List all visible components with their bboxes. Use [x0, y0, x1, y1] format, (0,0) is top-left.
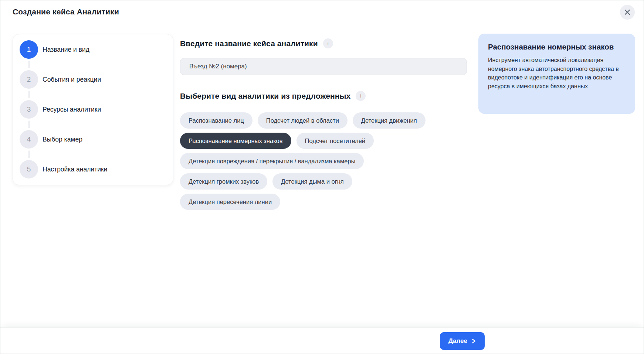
- chip-people-count-in-area[interactable]: Подсчет людей в области: [258, 112, 348, 129]
- chip-motion-detection[interactable]: Детекция движения: [353, 112, 426, 129]
- chip-smoke-fire-detection[interactable]: Детекция дыма и огня: [272, 173, 352, 190]
- analytics-type-chip-list: Распознавание лиц Подсчет людей в област…: [180, 112, 446, 210]
- chip-loud-sound-detection[interactable]: Детекция громких звуков: [180, 173, 267, 190]
- step-label: Выбор камер: [43, 136, 82, 143]
- dialog-footer: Далее: [0, 327, 644, 354]
- analytics-type-info-panel: Распознавание номерных знаков Инструмент…: [478, 34, 635, 114]
- next-button-label: Далее: [448, 337, 467, 345]
- info-panel-description: Инструмент автоматической локализация но…: [488, 56, 626, 91]
- chip-row: Распознавание лиц Подсчет людей в област…: [180, 112, 446, 129]
- step-item-name-and-type[interactable]: 1 Название и вид: [20, 40, 166, 59]
- step-label: Ресурсы аналитики: [43, 106, 101, 113]
- chip-camera-tampering-detection[interactable]: Детекция повреждения / перекрытия / ванд…: [180, 153, 364, 169]
- step-item-events-and-reactions[interactable]: 2 События и реакции: [20, 70, 166, 89]
- step-label: События и реакции: [43, 76, 101, 84]
- name-section-heading-row: Введите название кейса аналитики i: [180, 38, 333, 48]
- step-item-camera-selection[interactable]: 4 Выбор камер: [20, 130, 166, 149]
- chevron-right-icon: [471, 338, 476, 344]
- chip-row: Детекция пересечения линии: [180, 194, 446, 210]
- dialog-title: Создание кейса Аналитики: [13, 7, 119, 16]
- step-number-badge: 5: [20, 160, 38, 178]
- chip-license-plate-recognition-selected[interactable]: Распознавание номерных знаков: [180, 133, 291, 149]
- info-icon[interactable]: i: [356, 91, 366, 101]
- step-number-badge: 2: [20, 70, 38, 89]
- step-number-badge: 1: [20, 40, 38, 59]
- close-button[interactable]: [620, 5, 635, 20]
- chip-line-crossing-detection[interactable]: Детекция пересечения линии: [180, 194, 280, 210]
- create-analytics-case-dialog: Создание кейса Аналитики 1 Название и ви…: [0, 0, 644, 354]
- info-panel-title: Распознавание номерных знаков: [488, 42, 626, 52]
- step-label: Название и вид: [43, 46, 89, 54]
- step-item-analytics-resources[interactable]: 3 Ресурсы аналитики: [20, 100, 166, 119]
- step-item-analytics-settings[interactable]: 5 Настройка аналитики: [20, 160, 166, 178]
- chip-face-recognition[interactable]: Распознавание лиц: [180, 112, 252, 129]
- wizard-stepper: 1 Название и вид 2 События и реакции 3 Р…: [13, 34, 173, 185]
- chip-visitor-count[interactable]: Подсчет посетителей: [296, 133, 374, 149]
- chip-row: Детекция повреждения / перекрытия / ванд…: [180, 153, 446, 169]
- case-name-input[interactable]: [180, 58, 467, 75]
- chip-row: Детекция громких звуков Детекция дыма и …: [180, 173, 446, 190]
- step-number-badge: 4: [20, 130, 38, 149]
- step-label: Настройка аналитики: [43, 166, 107, 173]
- next-button[interactable]: Далее: [440, 332, 485, 350]
- info-icon[interactable]: i: [323, 38, 333, 48]
- type-section-heading-row: Выберите вид аналитики из предложенных i: [180, 91, 366, 101]
- name-section-heading: Введите название кейса аналитики: [180, 39, 318, 48]
- close-icon: [624, 9, 631, 16]
- dialog-header: Создание кейса Аналитики: [0, 0, 644, 23]
- chip-row: Распознавание номерных знаков Подсчет по…: [180, 133, 446, 149]
- type-section-heading: Выберите вид аналитики из предложенных: [180, 92, 350, 101]
- step-number-badge: 3: [20, 100, 38, 119]
